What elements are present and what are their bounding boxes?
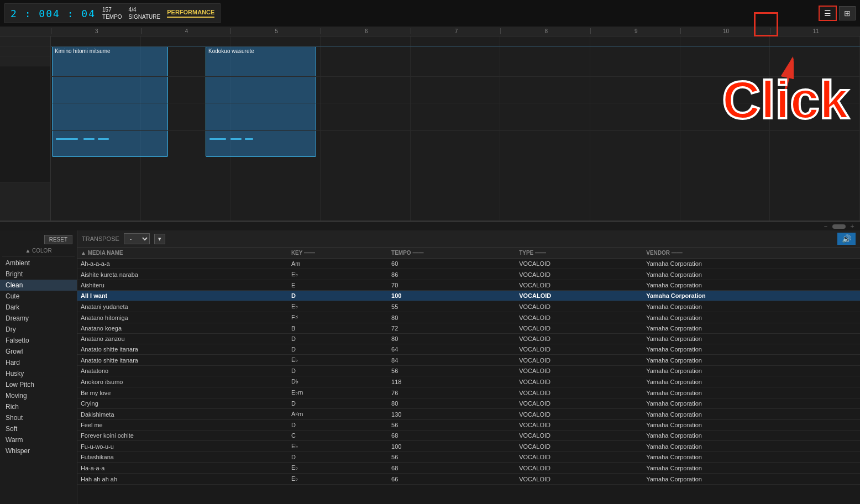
cell-vendor: Yamaha Corporation xyxy=(643,387,860,398)
table-row[interactable]: Anatato shitte itanaraE♭84VOCALOIDYamaha… xyxy=(77,355,860,366)
table-row[interactable]: DakishimetaA♯m130VOCALOIDYamaha Corporat… xyxy=(77,409,860,420)
reset-button[interactable]: RESET xyxy=(44,235,72,244)
cell-name: Anatato shitte itanara xyxy=(77,344,288,355)
sidebar-item[interactable]: Dry xyxy=(0,324,77,335)
sidebar-item[interactable]: Moving xyxy=(0,390,77,401)
cell-key: Am xyxy=(288,259,388,269)
ruler: 34567891011 xyxy=(0,27,860,36)
table-row[interactable]: Anatano hitomigaF♯80VOCALOIDYamaha Corpo… xyxy=(77,312,860,323)
list-view-button[interactable]: ☰ xyxy=(819,6,837,21)
cell-key: E♭m xyxy=(288,387,388,398)
zoom-in-icon[interactable]: ＋ xyxy=(849,222,856,231)
cell-key: D xyxy=(288,420,388,431)
cell-key: E xyxy=(288,280,388,291)
cell-key: F♯ xyxy=(288,312,388,323)
cell-tempo: 80 xyxy=(388,398,516,409)
track-canvas[interactable]: Kimino hitomi mitsume Kodokuo wasurete xyxy=(51,36,860,221)
sidebar-items-container: AmbientBrightCleanCuteDarkDreamyDryFalse… xyxy=(0,258,77,456)
cell-type: VOCALOID xyxy=(516,323,643,334)
scroll-thumb[interactable] xyxy=(832,224,846,229)
table-row[interactable]: CryingD80VOCALOIDYamaha Corporation xyxy=(77,398,860,409)
table-row[interactable]: FutashikanaD56VOCALOIDYamaha Corporation xyxy=(77,452,860,463)
table-row[interactable]: Anatato shitte itanaraD64VOCALOIDYamaha … xyxy=(77,344,860,355)
cell-name: Fu-u-wo-u-u xyxy=(77,441,288,452)
table-row[interactable]: Forever koini ochiteC68VOCALOIDYamaha Co… xyxy=(77,431,860,441)
sidebar-item[interactable]: Husky xyxy=(0,368,77,379)
cell-tempo: 68 xyxy=(388,463,516,474)
zoom-out-icon[interactable]: － xyxy=(822,222,829,231)
cell-name: Forever koini ochite xyxy=(77,431,288,441)
col-tempo: TEMPO —— xyxy=(388,248,516,259)
speaker-button[interactable]: 🔊 xyxy=(837,233,856,245)
cell-key: D xyxy=(288,398,388,409)
transpose-dropdown[interactable]: - +1 -1 xyxy=(124,233,150,244)
cell-name: Hah ah ah ah xyxy=(77,474,288,485)
scroll-bar-area[interactable]: － ＋ xyxy=(0,222,860,230)
ruler-mark: 7 xyxy=(411,28,501,34)
sidebar-item[interactable]: Soft xyxy=(0,423,77,434)
tempo-value: 157 xyxy=(102,6,122,13)
cell-vendor: Yamaha Corporation xyxy=(643,441,860,452)
cell-type: VOCALOID xyxy=(516,452,643,463)
cell-vendor: Yamaha Corporation xyxy=(643,376,860,387)
sidebar-item[interactable]: Shout xyxy=(0,412,77,423)
table-row[interactable]: Anokoro itsumoD♭118VOCALOIDYamaha Corpor… xyxy=(77,376,860,387)
clip-kimino-title: Kimino hitomi mitsume xyxy=(53,47,167,55)
sidebar-item[interactable]: Dreamy xyxy=(0,313,77,324)
cell-name: Futashikana xyxy=(77,452,288,463)
table-row[interactable]: Anatani yudanetaE♭55VOCALOIDYamaha Corpo… xyxy=(77,301,860,312)
ruler-mark: 4 xyxy=(141,28,231,34)
cell-name: Feel me xyxy=(77,420,288,431)
sidebar-item[interactable]: Hard xyxy=(0,357,77,368)
sidebar-item[interactable]: Growl xyxy=(0,346,77,357)
table-row[interactable]: Fu-u-wo-u-uE♭100VOCALOIDYamaha Corporati… xyxy=(77,441,860,452)
clip-kimino[interactable]: Kimino hitomi mitsume xyxy=(52,46,168,157)
sidebar-item[interactable]: Whisper xyxy=(0,445,77,456)
cell-type: VOCALOID xyxy=(516,280,643,291)
col-type: TYPE —— xyxy=(516,248,643,259)
cell-name: Anatano koega xyxy=(77,323,288,334)
table-row[interactable]: Anatano koegaB72VOCALOIDYamaha Corporati… xyxy=(77,323,860,334)
sidebar-item[interactable]: Rich xyxy=(0,401,77,412)
cell-tempo: 118 xyxy=(388,376,516,387)
cell-tempo: 56 xyxy=(388,452,516,463)
table-row[interactable]: Anatano zanzouD80VOCALOIDYamaha Corporat… xyxy=(77,334,860,344)
cell-key: D xyxy=(288,366,388,376)
transpose-down-btn[interactable]: ▾ xyxy=(154,234,165,244)
sidebar-divider xyxy=(2,256,75,256)
cell-key: E♭ xyxy=(288,441,388,452)
sidebar-item[interactable]: Low Pitch xyxy=(0,379,77,390)
table-row[interactable]: All I wantD100VOCALOIDYamaha Corporation xyxy=(77,291,860,301)
ruler-mark: 11 xyxy=(770,28,860,34)
cell-type: VOCALOID xyxy=(516,344,643,355)
sidebar-item[interactable]: Ambient xyxy=(0,258,77,269)
cell-type: VOCALOID xyxy=(516,269,643,280)
table-container[interactable]: ▲ MEDIA NAME KEY —— TEMPO —— TYPE —— VEN… xyxy=(77,248,860,504)
sidebar-item[interactable]: Warm xyxy=(0,434,77,445)
clip-kodokuo[interactable]: Kodokuo wasurete xyxy=(206,46,316,157)
cell-vendor: Yamaha Corporation xyxy=(643,452,860,463)
sidebar-item[interactable]: Bright xyxy=(0,269,77,280)
table-row[interactable]: AnatatonoD56VOCALOIDYamaha Corporation xyxy=(77,366,860,376)
sliders-view-button[interactable]: ⊞ xyxy=(839,6,856,20)
sidebar-item[interactable]: Cute xyxy=(0,291,77,302)
table-row[interactable]: Aishite kureta narabaE♭86VOCALOIDYamaha … xyxy=(77,269,860,280)
cell-vendor: Yamaha Corporation xyxy=(643,291,860,301)
transport-display: 2 : 004 : 04 157 TEMPO 4/4 SIGNATURE PER… xyxy=(4,3,221,23)
table-row[interactable]: Ha-a-a-aE♭68VOCALOIDYamaha Corporation xyxy=(77,463,860,474)
sidebar: RESET ▲ COLOR AmbientBrightCleanCuteDark… xyxy=(0,230,77,504)
table-row[interactable]: Hah ah ah ahE♭66VOCALOIDYamaha Corporati… xyxy=(77,474,860,485)
sidebar-item[interactable]: Dark xyxy=(0,302,77,313)
table-row[interactable]: Be my loveE♭m76VOCALOIDYamaha Corporatio… xyxy=(77,387,860,398)
cell-vendor: Yamaha Corporation xyxy=(643,431,860,441)
cell-name: Aishite kureta naraba xyxy=(77,269,288,280)
sidebar-item[interactable]: Clean xyxy=(0,280,77,291)
cell-vendor: Yamaha Corporation xyxy=(643,312,860,323)
col-vendor: VENDOR —— xyxy=(643,248,860,259)
table-row[interactable]: Feel meD56VOCALOIDYamaha Corporation xyxy=(77,420,860,431)
col-key: KEY —— xyxy=(288,248,388,259)
sidebar-item[interactable]: Falsetto xyxy=(0,335,77,346)
track-lane-row-main xyxy=(0,66,50,182)
table-row[interactable]: AishiteruE70VOCALOIDYamaha Corporation xyxy=(77,280,860,291)
table-row[interactable]: Ah-a-a-a-aAm60VOCALOIDYamaha Corporation xyxy=(77,259,860,269)
